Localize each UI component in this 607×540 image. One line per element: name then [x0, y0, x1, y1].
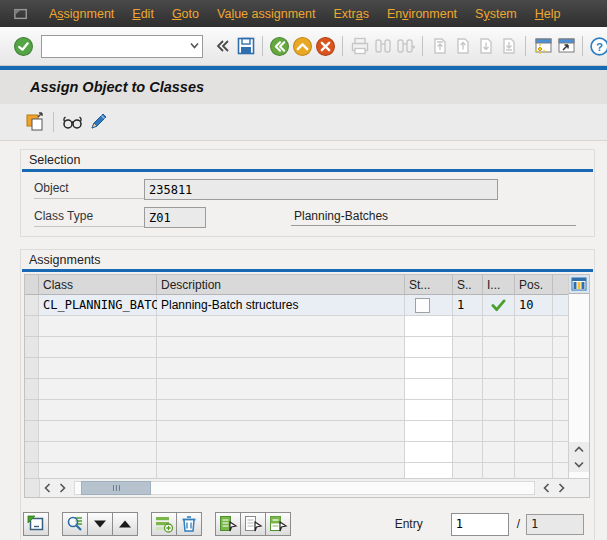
delete-line-button[interactable]	[176, 512, 202, 536]
binoculars-icon	[373, 36, 393, 56]
list-assign-half-button[interactable]	[265, 512, 291, 536]
create-shortcut-button[interactable]	[554, 33, 577, 59]
scroll-right-button[interactable]	[55, 480, 70, 496]
assignments-group-rule	[22, 269, 593, 272]
list-assign-outline-button[interactable]	[240, 512, 266, 536]
previous-entry-button[interactable]	[112, 512, 138, 536]
chevron-right-icon	[59, 483, 66, 493]
row-selector[interactable]	[25, 463, 39, 478]
table-header-row: Class Description St... S.. I... Pos.	[25, 275, 568, 295]
scroll-down-button[interactable]	[569, 457, 589, 472]
chevron-up-icon	[574, 446, 584, 453]
horizontal-scroll-track[interactable]	[74, 481, 535, 495]
table-settings-button[interactable]	[569, 275, 589, 294]
row-selector[interactable]	[25, 337, 39, 358]
scroll-left-button-right[interactable]	[539, 480, 554, 496]
list-assign-filled-icon	[218, 514, 238, 534]
menu-item-environment[interactable]: Environment	[378, 3, 466, 25]
insert-line-button[interactable]	[151, 512, 177, 536]
exit-button[interactable]	[291, 33, 314, 59]
row-selector[interactable]	[25, 379, 39, 400]
menu-bar: Assignment Edit Goto Value assignment Ex…	[0, 0, 607, 27]
row-selector[interactable]	[25, 295, 39, 316]
svg-text:?: ?	[596, 40, 603, 52]
chevron-left-icon	[44, 483, 51, 493]
other-object-button[interactable]	[22, 109, 48, 135]
system-menu-icon[interactable]	[12, 7, 30, 21]
cell-class[interactable]: CL_PLANNING_BATCH	[39, 295, 157, 316]
sap-gui-window: Assignment Edit Goto Value assignment Ex…	[0, 0, 607, 540]
cell-description[interactable]: Planning-Batch structures	[157, 295, 405, 316]
table-settings-icon	[571, 277, 587, 291]
scroll-right-button-right[interactable]	[554, 480, 569, 496]
chevron-down-icon[interactable]	[190, 42, 199, 49]
page-up-icon	[453, 36, 473, 56]
selection-group-label: Selection	[21, 150, 594, 169]
cell-position[interactable]: 10	[515, 295, 553, 316]
table-grid: Class Description St... S.. I... Pos. CL…	[25, 275, 568, 478]
list-assign-filled-button[interactable]	[215, 512, 241, 536]
row-selector[interactable]	[25, 421, 39, 442]
object-field[interactable]: 235811	[144, 179, 498, 200]
chevron-right-icon	[558, 483, 565, 493]
cancel-button[interactable]	[314, 33, 337, 59]
row-selector[interactable]	[25, 400, 39, 421]
row-selector[interactable]	[25, 316, 39, 337]
back-button[interactable]	[268, 33, 291, 59]
toolbar-separator	[582, 36, 583, 56]
class-type-field[interactable]: Z01	[144, 207, 206, 228]
help-button[interactable]: ?	[588, 33, 607, 59]
standard-checkbox[interactable]	[415, 298, 430, 313]
entry-navigation-group	[62, 512, 138, 536]
table-row-empty	[25, 421, 568, 442]
header-icon: I...	[483, 275, 515, 295]
entry-current-input[interactable]	[451, 513, 509, 536]
vertical-scrollbar	[568, 275, 589, 478]
command-field-wrap	[41, 35, 203, 58]
save-button[interactable]	[234, 33, 257, 59]
menu-item-edit[interactable]: Edit	[123, 3, 163, 25]
enter-button[interactable]	[12, 33, 35, 59]
list-assign-half-icon	[268, 514, 288, 534]
toolbar-separator	[342, 36, 343, 56]
scroll-left-button[interactable]	[40, 480, 55, 496]
menu-item-assignment[interactable]: Assignment	[40, 3, 123, 25]
change-button[interactable]	[85, 109, 111, 135]
horizontal-scroll-thumb[interactable]	[81, 481, 151, 495]
back-icon	[269, 36, 290, 57]
entry-label: Entry	[395, 517, 423, 531]
menu-item-extras[interactable]: Extras	[324, 3, 377, 25]
assignment-list-group	[215, 512, 291, 536]
command-field[interactable]	[41, 35, 203, 58]
triangle-up-icon	[118, 519, 132, 529]
row-selector[interactable]	[25, 358, 39, 379]
scroll-up-button[interactable]	[569, 442, 589, 457]
cancel-icon	[315, 36, 336, 57]
table-row-empty	[25, 358, 568, 379]
trash-icon	[179, 514, 199, 534]
menu-item-system[interactable]: System	[466, 3, 526, 25]
green-check-icon	[491, 299, 506, 312]
display-button[interactable]	[59, 109, 85, 135]
cell-standard	[405, 295, 453, 316]
class-type-label: Class Type	[34, 209, 144, 227]
selection-group-rule	[22, 169, 593, 172]
next-entry-button[interactable]	[87, 512, 113, 536]
cell-status[interactable]: 1	[453, 295, 483, 316]
row-selector[interactable]	[25, 442, 39, 463]
menu-item-goto[interactable]: Goto	[163, 3, 208, 25]
table-row-empty	[25, 400, 568, 421]
menu-item-help[interactable]: Help	[526, 3, 570, 25]
table-row: CL_PLANNING_BATCH Planning-Batch structu…	[25, 295, 568, 316]
find-button	[371, 33, 394, 59]
page-title: Assign Object to Classes	[30, 79, 204, 95]
vertical-scroll-track[interactable]	[569, 294, 589, 442]
header-standard: St...	[405, 275, 453, 295]
new-session-button[interactable]	[531, 33, 554, 59]
collapse-command-button[interactable]	[211, 33, 234, 59]
choose-detail-button[interactable]	[23, 512, 49, 536]
object-label: Object	[34, 181, 144, 199]
menu-item-value-assignment[interactable]: Value assignment	[208, 3, 324, 25]
find-entry-button[interactable]	[62, 512, 88, 536]
application-toolbar	[0, 104, 607, 141]
